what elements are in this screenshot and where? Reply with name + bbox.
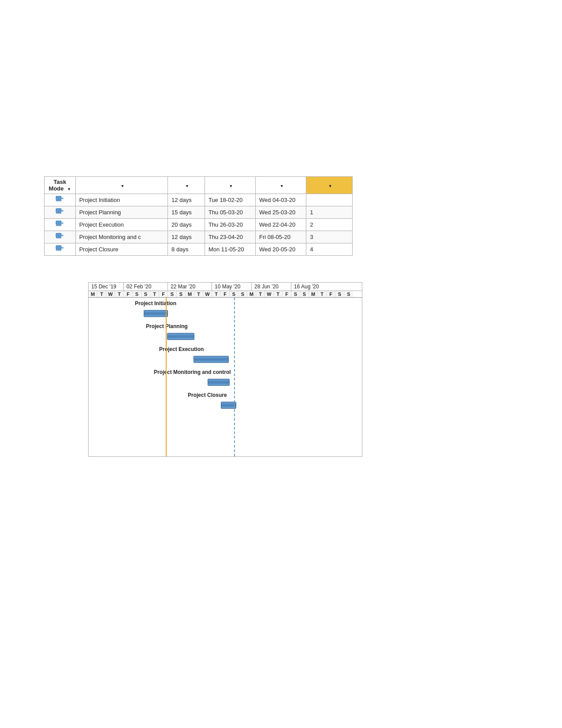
col-duration[interactable]: ▼ bbox=[168, 177, 205, 194]
gantt-task-bar[interactable] bbox=[144, 310, 168, 317]
gantt-wrapper: 15 Dec '1902 Feb '2022 Mar '2010 May '20… bbox=[88, 282, 362, 457]
svg-rect-13 bbox=[56, 250, 61, 250]
gantt-day-cell: T bbox=[115, 291, 124, 297]
finish-cell: Fri 08-05-20 bbox=[256, 231, 306, 243]
task-table-body: Project Initiation12 daysTue 18-02-20Wed… bbox=[45, 194, 353, 256]
col-start[interactable]: ▼ bbox=[205, 177, 255, 194]
table-section: Task Mode ▼ ▼ ▼ ▼ ▼ bbox=[44, 176, 544, 256]
gantt-period-cell: 22 Mar '20 bbox=[168, 283, 212, 291]
start-cell: Thu 05-03-20 bbox=[205, 206, 255, 219]
finish-cell: Wed 04-03-20 bbox=[256, 194, 306, 206]
gantt-task-bar[interactable] bbox=[208, 379, 230, 386]
table-row: Project Planning15 daysThu 05-03-20Wed 2… bbox=[45, 206, 353, 219]
today-line bbox=[166, 298, 167, 456]
gantt-day-cell: T bbox=[318, 291, 327, 297]
col-mode[interactable]: Task Mode ▼ bbox=[45, 177, 76, 194]
col-predecessors[interactable]: ▼ bbox=[306, 177, 353, 194]
gantt-day-cell: S bbox=[168, 291, 177, 297]
gantt-day-cell: F bbox=[124, 291, 133, 297]
svg-rect-4 bbox=[56, 213, 61, 213]
gantt-day-cell: M bbox=[186, 291, 194, 297]
start-cell: Mon 11-05-20 bbox=[205, 243, 255, 256]
gantt-period-cell: 16 Aug '20 bbox=[291, 283, 327, 291]
svg-marker-8 bbox=[62, 223, 63, 224]
task-mode-icon bbox=[56, 220, 64, 228]
table-row: Project Execution20 daysThu 26-03-20Wed … bbox=[45, 219, 353, 231]
finish-cell: Wed 25-03-20 bbox=[256, 206, 306, 219]
mode-cell bbox=[45, 206, 76, 219]
predecessors-dropdown-arrow[interactable]: ▼ bbox=[328, 184, 332, 188]
gantt-task-label: Project Initiation bbox=[135, 300, 176, 306]
task-name-cell: Project Initiation bbox=[75, 194, 167, 206]
gantt-day-cell: W bbox=[265, 291, 274, 297]
duration-dropdown-arrow[interactable]: ▼ bbox=[185, 184, 189, 188]
start-cell: Tue 18-02-20 bbox=[205, 194, 255, 206]
task-mode-icon bbox=[56, 208, 64, 216]
gantt-task-bar[interactable] bbox=[167, 333, 194, 340]
svg-marker-2 bbox=[62, 198, 63, 199]
gantt-day-cell: S bbox=[335, 291, 344, 297]
gantt-day-cell: F bbox=[327, 291, 335, 297]
svg-rect-10 bbox=[56, 237, 61, 238]
predecessors-cell: 1 bbox=[306, 206, 353, 219]
mode-dropdown-arrow[interactable]: ▼ bbox=[67, 187, 71, 191]
name-dropdown-arrow[interactable]: ▼ bbox=[120, 184, 124, 188]
gantt-task-label: Project Closure bbox=[188, 392, 227, 398]
gantt-period-cell: 02 Feb '20 bbox=[124, 283, 168, 291]
gantt-day-cell: F bbox=[221, 291, 230, 297]
predecessors-cell: 2 bbox=[306, 219, 353, 231]
gantt-day-cell: S bbox=[230, 291, 238, 297]
task-name-cell: Project Closure bbox=[75, 243, 167, 256]
gantt-header-days: MTWTFSSTFSSMTWTFSSMTWTFSSMTFSS bbox=[89, 291, 362, 298]
task-mode-icon bbox=[56, 245, 64, 253]
gantt-day-cell: T bbox=[212, 291, 221, 297]
col-name[interactable]: ▼ bbox=[75, 177, 167, 194]
gantt-day-cell: S bbox=[141, 291, 150, 297]
table-row: Project Monitoring and c12 daysThu 23-04… bbox=[45, 231, 353, 243]
gantt-day-cell: W bbox=[106, 291, 115, 297]
gantt-period-cell: 15 Dec '19 bbox=[89, 283, 124, 291]
gantt-day-cell: S bbox=[291, 291, 300, 297]
gantt-day-cell: S bbox=[344, 291, 353, 297]
task-mode-icon bbox=[56, 195, 64, 203]
gantt-day-cell: F bbox=[283, 291, 291, 297]
svg-rect-3 bbox=[56, 209, 61, 212]
svg-marker-11 bbox=[62, 235, 63, 236]
task-table: Task Mode ▼ ▼ ▼ ▼ ▼ bbox=[44, 176, 353, 256]
gantt-day-cell: M bbox=[247, 291, 256, 297]
duration-cell: 20 days bbox=[168, 219, 205, 231]
gantt-day-cell: T bbox=[150, 291, 159, 297]
duration-cell: 15 days bbox=[168, 206, 205, 219]
gantt-day-cell: M bbox=[309, 291, 318, 297]
svg-rect-7 bbox=[56, 225, 61, 226]
finish-cell: Wed 22-04-20 bbox=[256, 219, 306, 231]
svg-marker-14 bbox=[62, 247, 63, 249]
gantt-day-cell: T bbox=[274, 291, 283, 297]
task-mode-icon bbox=[56, 232, 64, 240]
table-row: Project Closure8 daysMon 11-05-20Wed 20-… bbox=[45, 243, 353, 256]
predecessors-cell: 3 bbox=[306, 231, 353, 243]
svg-rect-0 bbox=[56, 196, 61, 200]
gantt-day-cell: W bbox=[203, 291, 212, 297]
table-header-row: Task Mode ▼ ▼ ▼ ▼ ▼ bbox=[45, 177, 353, 194]
gantt-period-cell: 28 Jun '20 bbox=[252, 283, 291, 291]
mode-cell bbox=[45, 194, 76, 206]
svg-rect-9 bbox=[56, 233, 61, 237]
gantt-day-cell: S bbox=[133, 291, 141, 297]
gantt-day-cell: S bbox=[177, 291, 186, 297]
finish-dropdown-arrow[interactable]: ▼ bbox=[280, 184, 284, 188]
dotted-line bbox=[234, 298, 235, 456]
start-dropdown-arrow[interactable]: ▼ bbox=[229, 184, 233, 188]
svg-rect-1 bbox=[56, 200, 61, 201]
predecessors-cell bbox=[306, 194, 353, 206]
svg-rect-6 bbox=[56, 221, 61, 224]
gantt-task-label: Project Planning bbox=[146, 323, 188, 329]
task-name-cell: Project Planning bbox=[75, 206, 167, 219]
svg-rect-12 bbox=[56, 246, 61, 249]
start-cell: Thu 23-04-20 bbox=[205, 231, 255, 243]
col-mode-label: Task Mode bbox=[49, 179, 67, 192]
gantt-day-cell: T bbox=[97, 291, 106, 297]
gantt-day-cell: S bbox=[238, 291, 247, 297]
col-finish[interactable]: ▼ bbox=[256, 177, 306, 194]
gantt-task-bar[interactable] bbox=[194, 356, 229, 363]
